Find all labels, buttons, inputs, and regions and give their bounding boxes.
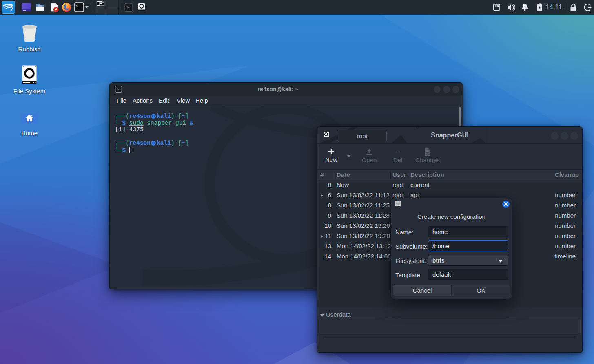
svg-text:>_: >_ — [126, 5, 129, 8]
svg-text:$_: $_ — [76, 4, 80, 8]
